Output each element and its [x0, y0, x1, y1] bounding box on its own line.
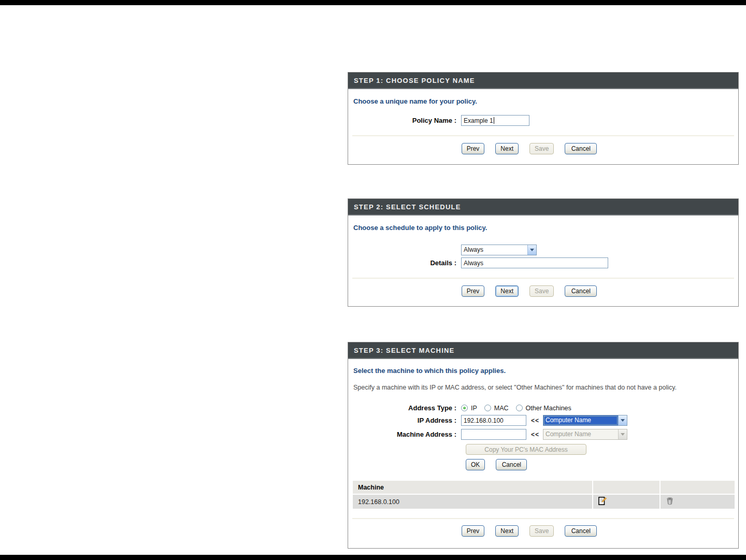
page-bottom-rule — [0, 555, 746, 560]
step1-panel-title: STEP 1: CHOOSE POLICY NAME — [348, 73, 738, 89]
machine-column-header: Machine — [353, 481, 592, 494]
step1-intro-text: Choose a unique name for your policy. — [352, 89, 735, 105]
chevron-down-icon[interactable] — [618, 415, 627, 425]
policy-name-input[interactable]: Example 1 — [461, 115, 529, 126]
radio-other-machines[interactable] — [516, 405, 523, 411]
details-label: Details : — [352, 259, 461, 267]
ip-address-label: IP Address : — [352, 417, 461, 424]
machine-address-input[interactable] — [461, 429, 526, 440]
ip-address-input[interactable]: 192.168.0.100 — [461, 415, 526, 426]
step3-intro-text: Select the machine to which this policy … — [352, 359, 735, 375]
machine-cell: 192.168.0.100 — [353, 495, 592, 509]
machine-table-row: 192.168.0.100 — [353, 495, 735, 509]
machine-table-header-row: Machine — [353, 481, 735, 494]
section-divider — [352, 518, 734, 519]
step3-description-text: Specify a machine with its IP or MAC add… — [352, 375, 735, 391]
cancel-button[interactable]: Cancel — [565, 143, 597, 154]
page-top-rule — [0, 0, 746, 5]
save-button[interactable]: Save — [529, 285, 554, 297]
cancel-button[interactable]: Cancel — [565, 525, 597, 537]
edit-column-header — [593, 481, 659, 494]
delete-column-header — [661, 481, 735, 494]
save-button[interactable]: Save — [529, 143, 554, 154]
step3-panel-title: STEP 3: SELECT MACHINE — [348, 342, 738, 359]
text-cursor — [494, 117, 494, 124]
machine-cancel-button[interactable]: Cancel — [496, 459, 527, 470]
step1-panel: STEP 1: CHOOSE POLICY NAME Choose a uniq… — [348, 72, 739, 165]
radio-ip-label: IP — [471, 405, 477, 412]
prev-button[interactable]: Prev — [462, 285, 485, 297]
section-divider — [352, 135, 734, 136]
step2-intro-text: Choose a schedule to apply to this polic… — [352, 216, 735, 232]
policy-name-value: Example 1 — [464, 117, 493, 124]
chevron-down-icon[interactable] — [527, 245, 536, 255]
radio-ip[interactable] — [461, 405, 468, 411]
prev-button[interactable]: Prev — [462, 143, 485, 154]
step1-panel-body: Choose a unique name for your policy. Po… — [348, 89, 738, 163]
radio-other-machines-label: Other Machines — [526, 405, 571, 412]
schedule-select[interactable]: Always — [461, 245, 537, 255]
cancel-button[interactable]: Cancel — [565, 285, 597, 297]
prev-button[interactable]: Prev — [462, 525, 485, 537]
edit-icon[interactable] — [598, 497, 607, 505]
document-page: { "page": { "background": "#ffffff", "ru… — [0, 0, 746, 560]
details-value: Always — [464, 260, 483, 267]
computer-name-select-disabled-value: Computer Name — [543, 429, 618, 439]
step2-panel-title: STEP 2: SELECT SCHEDULE — [348, 199, 738, 216]
next-button[interactable]: Next — [495, 285, 519, 297]
computer-name-select-disabled: Computer Name — [543, 429, 627, 440]
radio-mac-label: MAC — [494, 405, 509, 412]
section-divider — [352, 278, 734, 279]
machine-table: Machine 192.168.0.100 — [352, 480, 736, 510]
copy-left-arrows: << — [531, 417, 539, 424]
step2-panel-body: Choose a schedule to apply to this polic… — [348, 216, 738, 305]
ok-button[interactable]: OK — [466, 459, 485, 470]
step3-panel: STEP 3: SELECT MACHINE Select the machin… — [348, 342, 739, 549]
address-type-label: Address Type : — [352, 404, 461, 412]
radio-mac[interactable] — [484, 405, 491, 411]
ip-address-value: 192.168.0.100 — [464, 417, 504, 424]
details-input[interactable]: Always — [461, 257, 608, 268]
copy-left-arrows: << — [531, 431, 539, 438]
computer-name-select[interactable]: Computer Name — [543, 415, 627, 426]
trash-icon[interactable] — [666, 497, 674, 505]
chevron-down-icon — [618, 429, 627, 439]
machine-address-label: Machine Address : — [352, 430, 461, 438]
policy-name-label: Policy Name : — [352, 117, 461, 124]
next-button[interactable]: Next — [495, 143, 519, 154]
schedule-select-value: Always — [462, 245, 527, 255]
step2-panel: STEP 2: SELECT SCHEDULE Choose a schedul… — [348, 198, 739, 307]
copy-mac-address-button[interactable]: Copy Your PC's MAC Address — [466, 444, 586, 455]
save-button[interactable]: Save — [529, 525, 554, 537]
step3-panel-body: Select the machine to which this policy … — [348, 359, 738, 545]
next-button[interactable]: Next — [495, 525, 519, 537]
computer-name-select-value: Computer Name — [543, 415, 618, 425]
